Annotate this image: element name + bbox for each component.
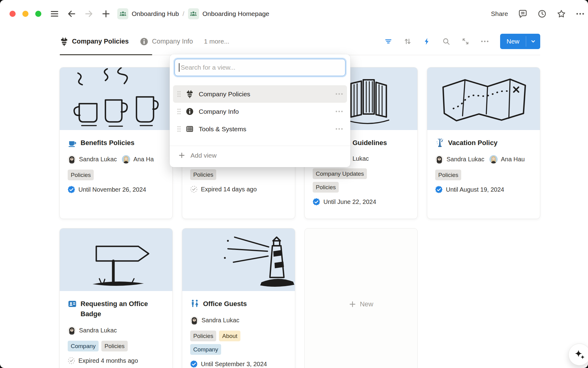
add-view-button[interactable]: Add view bbox=[170, 146, 350, 165]
tab-label: Company Info bbox=[152, 38, 193, 45]
view-item-company-info[interactable]: Company Info bbox=[173, 103, 347, 120]
date-property: Expired 4 months ago bbox=[68, 357, 164, 364]
breadcrumb: Onboarding Hub / Onboarding Homepage bbox=[117, 8, 269, 19]
window-titlebar: Onboarding Hub / Onboarding Homepage Sha… bbox=[0, 0, 588, 28]
views-list: Company Policies Company Info Tools & Sy… bbox=[170, 85, 350, 138]
minimize-window-button[interactable] bbox=[22, 11, 28, 17]
date-property: Until November 26, 2024 bbox=[68, 186, 164, 193]
traffic-lights bbox=[9, 11, 41, 17]
status-text: Until September 3, 2024 bbox=[201, 361, 267, 368]
view-item-tools-systems[interactable]: Tools & Systems bbox=[173, 120, 347, 138]
avatar bbox=[489, 155, 498, 163]
avatar bbox=[122, 155, 130, 163]
tag: Company Updates bbox=[313, 168, 367, 179]
two-people-icon bbox=[190, 299, 199, 309]
view-actions: New bbox=[384, 34, 540, 49]
view-more-options-icon[interactable] bbox=[335, 110, 343, 113]
tab-company-info[interactable]: Company Info bbox=[140, 37, 193, 46]
coffee-cup-icon bbox=[68, 138, 77, 148]
view-more-icon[interactable] bbox=[481, 40, 489, 43]
drag-handle-icon[interactable] bbox=[177, 108, 181, 115]
sparkle-icon bbox=[574, 349, 585, 360]
filter-icon[interactable] bbox=[384, 37, 392, 45]
plus-icon bbox=[178, 152, 185, 159]
tags-property: Policies bbox=[313, 182, 409, 193]
people-property: Sandra Lukac bbox=[68, 326, 164, 335]
view-more-options-icon[interactable] bbox=[335, 128, 343, 130]
drag-handle-icon[interactable] bbox=[177, 126, 181, 132]
card-office-guests[interactable]: Office Guests Sandra Lukac Policies Abou… bbox=[182, 228, 295, 368]
date-property: Until June 22, 2024 bbox=[313, 198, 409, 205]
view-search-field[interactable] bbox=[175, 59, 345, 76]
tags-property: Policies About bbox=[190, 331, 287, 341]
nav-controls bbox=[50, 9, 111, 18]
people-property: Sandra Lukac Ana Ha bbox=[68, 155, 164, 163]
verified-check-icon bbox=[68, 186, 75, 193]
teamspace-icon bbox=[117, 8, 128, 19]
tab-more-views[interactable]: 1 more... bbox=[204, 38, 229, 45]
more-options-icon[interactable] bbox=[576, 9, 584, 18]
view-item-label: Company Policies bbox=[199, 90, 250, 98]
comments-icon[interactable] bbox=[518, 9, 527, 18]
status-text: Expired 14 days ago bbox=[201, 186, 257, 193]
date-property: Until September 3, 2024 bbox=[190, 360, 287, 368]
verified-check-icon bbox=[313, 198, 320, 205]
person-name-visible: Lukac bbox=[352, 155, 369, 162]
breadcrumb-page[interactable]: Onboarding Homepage bbox=[202, 10, 269, 17]
verified-check-icon bbox=[190, 360, 198, 368]
tag: Policies bbox=[101, 341, 127, 351]
expand-view-icon[interactable] bbox=[462, 37, 469, 45]
status-text: Until August 19, 2024 bbox=[446, 186, 504, 193]
forward-icon[interactable] bbox=[84, 9, 93, 18]
cover-illustration-lighthouse bbox=[182, 228, 295, 291]
tag: About bbox=[219, 331, 240, 341]
bee-icon bbox=[60, 37, 69, 46]
new-button[interactable]: New bbox=[500, 34, 526, 49]
text-caret bbox=[179, 63, 179, 72]
view-item-company-policies[interactable]: Company Policies bbox=[173, 85, 347, 103]
expired-check-icon bbox=[68, 357, 75, 364]
new-card-placeholder[interactable]: New bbox=[304, 228, 418, 368]
person-name: Ana Ha bbox=[133, 156, 154, 163]
sidebar-menu-icon[interactable] bbox=[50, 9, 59, 18]
sort-icon[interactable] bbox=[404, 37, 412, 45]
updates-clock-icon[interactable] bbox=[537, 9, 547, 18]
search-icon[interactable] bbox=[442, 37, 450, 45]
back-icon[interactable] bbox=[67, 9, 76, 18]
card-vacation-policy[interactable]: Vacation Policy Sandra Lukac Ana Hau Pol… bbox=[427, 67, 540, 219]
cover-illustration-signpost bbox=[60, 228, 172, 291]
ai-assistant-button[interactable] bbox=[568, 343, 588, 366]
view-more-options-icon[interactable] bbox=[335, 93, 343, 95]
avatar bbox=[68, 326, 76, 335]
drag-handle-icon[interactable] bbox=[177, 91, 181, 97]
date-property: Expired 14 days ago bbox=[190, 186, 287, 193]
view-item-label: Company Info bbox=[199, 108, 239, 115]
date-property: Until August 19, 2024 bbox=[435, 186, 532, 193]
tag: Policies bbox=[190, 169, 216, 180]
new-page-icon[interactable] bbox=[101, 9, 111, 18]
avatar bbox=[435, 155, 443, 163]
page-people-icon bbox=[188, 8, 199, 19]
tab-company-policies[interactable]: Company Policies bbox=[60, 37, 129, 46]
person-name: Ana Hau bbox=[501, 156, 525, 163]
new-button-chevron[interactable] bbox=[526, 34, 540, 49]
card-benefits-policies[interactable]: Benefits Policies Sandra Lukac Ana Ha Po… bbox=[59, 67, 173, 219]
add-view-label: Add view bbox=[190, 152, 217, 159]
card-title: Vacation Policy bbox=[448, 138, 497, 148]
breadcrumb-hub[interactable]: Onboarding Hub bbox=[132, 10, 179, 17]
search-view-input[interactable] bbox=[181, 64, 341, 71]
view-item-label: Tools & Systems bbox=[199, 125, 246, 133]
zoom-window-button[interactable] bbox=[35, 11, 41, 17]
card-title: Benefits Policies bbox=[81, 138, 134, 148]
tags-property: Policies bbox=[190, 169, 287, 180]
breadcrumb-separator: / bbox=[183, 10, 184, 17]
bee-icon bbox=[186, 90, 194, 98]
card-office-badge[interactable]: Requesting an Office Badge Sandra Lukac … bbox=[59, 228, 173, 368]
automation-lightning-icon[interactable] bbox=[423, 37, 431, 45]
close-window-button[interactable] bbox=[9, 11, 16, 17]
status-text: Until November 26, 2024 bbox=[78, 186, 146, 193]
share-button[interactable]: Share bbox=[491, 10, 508, 17]
tag: Policies bbox=[68, 170, 94, 180]
new-split-button: New bbox=[500, 34, 540, 49]
favorite-star-icon[interactable] bbox=[557, 9, 566, 18]
